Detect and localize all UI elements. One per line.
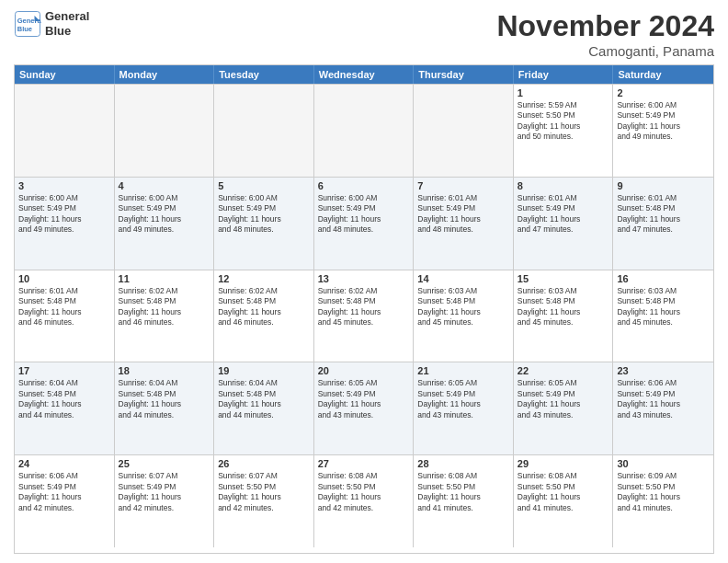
cal-cell-0-3 <box>314 85 415 177</box>
cal-cell-4-4: 28Sunrise: 6:08 AMSunset: 5:50 PMDayligh… <box>414 455 514 547</box>
cal-row-0: 1Sunrise: 5:59 AMSunset: 5:50 PMDaylight… <box>15 84 713 177</box>
cal-cell-3-1: 18Sunrise: 6:04 AMSunset: 5:48 PMDayligh… <box>115 362 215 454</box>
cal-cell-1-3: 6Sunrise: 6:00 AMSunset: 5:49 PMDaylight… <box>314 178 415 270</box>
cal-cell-3-5: 22Sunrise: 6:05 AMSunset: 5:49 PMDayligh… <box>514 362 614 454</box>
logo-line2: Blue <box>45 24 89 39</box>
day-number: 30 <box>617 458 710 469</box>
day-number: 27 <box>318 458 410 469</box>
cell-info: Sunrise: 6:00 AMSunset: 5:49 PMDaylight:… <box>119 193 210 236</box>
cell-info: Sunrise: 6:07 AMSunset: 5:49 PMDaylight:… <box>119 471 210 513</box>
cell-info: Sunrise: 6:04 AMSunset: 5:48 PMDaylight:… <box>18 378 110 420</box>
cal-row-4: 24Sunrise: 6:06 AMSunset: 5:49 PMDayligh… <box>15 454 713 547</box>
svg-text:Blue: Blue <box>17 24 32 32</box>
cell-info: Sunrise: 6:00 AMSunset: 5:49 PMDaylight:… <box>617 100 710 143</box>
day-number: 26 <box>218 458 310 469</box>
cal-cell-4-5: 29Sunrise: 6:08 AMSunset: 5:50 PMDayligh… <box>514 455 614 547</box>
day-number: 7 <box>417 180 509 191</box>
day-number: 20 <box>318 365 410 376</box>
day-number: 21 <box>417 365 509 376</box>
day-number: 2 <box>617 87 710 98</box>
day-number: 4 <box>119 180 210 191</box>
cal-cell-3-0: 17Sunrise: 6:04 AMSunset: 5:48 PMDayligh… <box>15 362 115 454</box>
cell-info: Sunrise: 6:04 AMSunset: 5:48 PMDaylight:… <box>218 378 310 420</box>
cal-cell-1-6: 9Sunrise: 6:01 AMSunset: 5:48 PMDaylight… <box>613 178 713 270</box>
cal-cell-4-2: 26Sunrise: 6:07 AMSunset: 5:50 PMDayligh… <box>214 455 314 547</box>
calendar: Sunday Monday Tuesday Wednesday Thursday… <box>14 64 714 554</box>
day-number: 23 <box>617 365 710 376</box>
cell-info: Sunrise: 6:00 AMSunset: 5:49 PMDaylight:… <box>218 193 310 236</box>
cal-cell-3-3: 20Sunrise: 6:05 AMSunset: 5:49 PMDayligh… <box>314 362 415 454</box>
cal-row-2: 10Sunrise: 6:01 AMSunset: 5:48 PMDayligh… <box>15 270 713 362</box>
cal-cell-2-4: 14Sunrise: 6:03 AMSunset: 5:48 PMDayligh… <box>414 270 514 362</box>
cal-cell-4-1: 25Sunrise: 6:07 AMSunset: 5:49 PMDayligh… <box>115 455 215 547</box>
cal-cell-2-5: 15Sunrise: 6:03 AMSunset: 5:48 PMDayligh… <box>514 270 614 362</box>
cal-cell-0-2 <box>214 85 314 177</box>
logo: General Blue General Blue <box>14 9 89 38</box>
logo-icon: General Blue <box>14 10 41 38</box>
cell-info: Sunrise: 6:03 AMSunset: 5:48 PMDaylight:… <box>617 286 710 328</box>
header-saturday: Saturday <box>613 65 713 84</box>
day-number: 24 <box>18 458 110 469</box>
cell-info: Sunrise: 6:01 AMSunset: 5:48 PMDaylight:… <box>617 193 710 236</box>
day-number: 10 <box>18 273 110 284</box>
header-thursday: Thursday <box>414 65 514 84</box>
day-number: 15 <box>518 273 609 284</box>
header-tuesday: Tuesday <box>214 65 314 84</box>
cal-cell-1-5: 8Sunrise: 6:01 AMSunset: 5:49 PMDaylight… <box>514 178 614 270</box>
header-friday: Friday <box>514 65 614 84</box>
cal-cell-0-6: 2Sunrise: 6:00 AMSunset: 5:49 PMDaylight… <box>613 85 713 177</box>
cell-info: Sunrise: 6:07 AMSunset: 5:50 PMDaylight:… <box>218 471 310 513</box>
cal-cell-2-3: 13Sunrise: 6:02 AMSunset: 5:48 PMDayligh… <box>314 270 415 362</box>
cell-info: Sunrise: 6:01 AMSunset: 5:49 PMDaylight:… <box>417 193 509 236</box>
cal-cell-1-1: 4Sunrise: 6:00 AMSunset: 5:49 PMDaylight… <box>115 178 215 270</box>
day-number: 25 <box>119 458 210 469</box>
cal-cell-1-4: 7Sunrise: 6:01 AMSunset: 5:49 PMDaylight… <box>414 178 514 270</box>
cell-info: Sunrise: 6:08 AMSunset: 5:50 PMDaylight:… <box>318 471 410 513</box>
day-number: 1 <box>518 87 609 98</box>
day-number: 3 <box>18 180 110 191</box>
cell-info: Sunrise: 6:06 AMSunset: 5:49 PMDaylight:… <box>617 378 710 420</box>
cal-cell-0-1 <box>115 85 215 177</box>
logo-text: General Blue <box>45 9 89 38</box>
day-number: 9 <box>617 180 710 191</box>
day-number: 22 <box>518 365 609 376</box>
month-title: November 2024 <box>496 9 714 43</box>
cal-cell-0-5: 1Sunrise: 5:59 AMSunset: 5:50 PMDaylight… <box>514 85 614 177</box>
cell-info: Sunrise: 6:06 AMSunset: 5:49 PMDaylight:… <box>18 471 110 513</box>
header-sunday: Sunday <box>15 65 115 84</box>
logo-line1: General <box>45 9 89 24</box>
cal-cell-2-1: 11Sunrise: 6:02 AMSunset: 5:48 PMDayligh… <box>115 270 215 362</box>
cal-cell-3-6: 23Sunrise: 6:06 AMSunset: 5:49 PMDayligh… <box>613 362 713 454</box>
cal-cell-4-6: 30Sunrise: 6:09 AMSunset: 5:50 PMDayligh… <box>613 455 713 547</box>
cal-row-1: 3Sunrise: 6:00 AMSunset: 5:49 PMDaylight… <box>15 177 713 270</box>
cal-cell-4-3: 27Sunrise: 6:08 AMSunset: 5:50 PMDayligh… <box>314 455 415 547</box>
header: General Blue General Blue November 2024 … <box>14 9 714 59</box>
cell-info: Sunrise: 6:08 AMSunset: 5:50 PMDaylight:… <box>417 471 509 513</box>
cal-cell-2-6: 16Sunrise: 6:03 AMSunset: 5:48 PMDayligh… <box>613 270 713 362</box>
cal-cell-0-0 <box>15 85 115 177</box>
cell-info: Sunrise: 6:02 AMSunset: 5:48 PMDaylight:… <box>318 286 410 328</box>
title-section: November 2024 Camoganti, Panama <box>496 9 714 59</box>
day-number: 12 <box>218 273 310 284</box>
cell-info: Sunrise: 6:08 AMSunset: 5:50 PMDaylight:… <box>518 471 609 513</box>
day-number: 6 <box>318 180 410 191</box>
cell-info: Sunrise: 6:03 AMSunset: 5:48 PMDaylight:… <box>518 286 609 328</box>
header-wednesday: Wednesday <box>314 65 415 84</box>
cell-info: Sunrise: 6:01 AMSunset: 5:48 PMDaylight:… <box>18 286 110 328</box>
location: Camoganti, Panama <box>496 43 714 59</box>
cell-info: Sunrise: 6:05 AMSunset: 5:49 PMDaylight:… <box>417 378 509 420</box>
cell-info: Sunrise: 6:05 AMSunset: 5:49 PMDaylight:… <box>518 378 609 420</box>
day-number: 18 <box>119 365 210 376</box>
cal-row-3: 17Sunrise: 6:04 AMSunset: 5:48 PMDayligh… <box>15 362 713 454</box>
cal-cell-4-0: 24Sunrise: 6:06 AMSunset: 5:49 PMDayligh… <box>15 455 115 547</box>
cal-cell-2-0: 10Sunrise: 6:01 AMSunset: 5:48 PMDayligh… <box>15 270 115 362</box>
cell-info: Sunrise: 6:09 AMSunset: 5:50 PMDaylight:… <box>617 471 710 513</box>
page: General Blue General Blue November 2024 … <box>0 0 728 563</box>
day-number: 16 <box>617 273 710 284</box>
cal-cell-1-2: 5Sunrise: 6:00 AMSunset: 5:49 PMDaylight… <box>214 178 314 270</box>
cal-cell-3-4: 21Sunrise: 6:05 AMSunset: 5:49 PMDayligh… <box>414 362 514 454</box>
cell-info: Sunrise: 6:01 AMSunset: 5:49 PMDaylight:… <box>518 193 609 236</box>
cal-cell-1-0: 3Sunrise: 6:00 AMSunset: 5:49 PMDaylight… <box>15 178 115 270</box>
cell-info: Sunrise: 6:02 AMSunset: 5:48 PMDaylight:… <box>218 286 310 328</box>
day-number: 5 <box>218 180 310 191</box>
